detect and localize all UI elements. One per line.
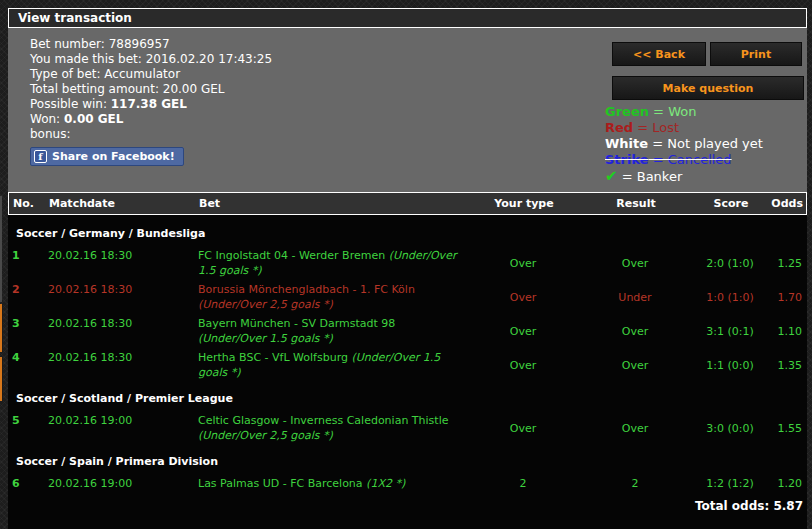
bet-row: 220.02.16 18:30Borussia Mönchengladbach … — [8, 280, 807, 314]
legend-text: = Cancelled — [649, 152, 732, 167]
bet-row-your-type: Over — [470, 358, 576, 373]
bet-row-your-type: Over — [470, 421, 576, 436]
col-header-odds: Odds — [767, 197, 806, 210]
page-edge-strip — [0, 196, 2, 302]
legend-text: = Lost — [633, 120, 679, 135]
bet-match-name: Hertha BSC - VfL Wolfsburg — [198, 351, 351, 364]
bet-market: (1X2 *) — [366, 477, 405, 490]
legend-item-lost: Red = Lost — [605, 120, 763, 136]
share-facebook-button[interactable]: f Share on Facebook! — [30, 147, 184, 166]
bet-row-score: 3:0 (0:0) — [694, 421, 766, 436]
legend-term: Strike — [605, 152, 649, 167]
page-title: View transaction — [8, 8, 807, 28]
bet-row-odds: 1.55 — [766, 421, 805, 436]
col-header-bet: Bet — [191, 197, 471, 210]
bet-row-result: Over — [576, 358, 694, 373]
section-title: Soccer / Scotland / Premier League — [8, 382, 807, 411]
legend-term: Red — [605, 120, 633, 135]
legend-term: White — [605, 136, 648, 151]
bet-row-bet: FC Ingolstadt 04 - Werder Bremen (Under/… — [190, 248, 470, 278]
banker-check-icon: ✔ — [605, 167, 618, 185]
legend-text: = Won — [649, 104, 696, 119]
bet-market: (Under/Over 2,5 goals *) — [198, 429, 333, 442]
print-button[interactable]: Print — [710, 42, 802, 66]
bet-row-bet: Bayern München - SV Darmstadt 98 (Under/… — [190, 316, 470, 346]
share-facebook-label: Share on Facebook! — [52, 150, 175, 163]
bet-row: 420.02.16 18:30Hertha BSC - VfL Wolfsbur… — [8, 348, 807, 382]
bet-row-your-type: 2 — [470, 476, 576, 491]
info-value: Accumulator — [104, 67, 180, 81]
bet-row-matchdate: 20.02.16 18:30 — [46, 316, 190, 331]
bet-row: 320.02.16 18:30Bayern München - SV Darms… — [8, 314, 807, 348]
section-title: Soccer / Spain / Primera Division — [8, 445, 807, 474]
info-label: Bet number: — [30, 37, 109, 51]
bet-row-number: 3 — [8, 316, 46, 331]
bet-row-number: 6 — [8, 476, 46, 491]
legend-item-won: Green = Won — [605, 104, 763, 120]
bet-row: 520.02.16 19:00Celtic Glasgow - Invernes… — [8, 411, 807, 445]
bet-row-result: Over — [576, 324, 694, 339]
bet-row-score: 1:2 (1:2) — [694, 476, 766, 491]
bet-row-result: Under — [576, 290, 694, 305]
bet-row-odds: 1.10 — [766, 324, 805, 339]
bet-row-bet: Hertha BSC - VfL Wolfsburg (Under/Over 1… — [190, 350, 470, 380]
bet-row-number: 1 — [8, 248, 46, 263]
bet-row-score: 3:1 (0:1) — [694, 324, 766, 339]
col-header-no: No. — [9, 197, 47, 210]
info-value: 2016.02.20 17:43:25 — [146, 52, 272, 66]
bet-row-odds: 1.20 — [766, 476, 805, 491]
bet-match-name: Las Palmas UD - FC Barcelona — [198, 477, 366, 490]
bet-row-odds: 1.70 — [766, 290, 805, 305]
bet-match-name: Celtic Glasgow - Inverness Caledonian Th… — [198, 414, 448, 427]
make-question-button[interactable]: Make question — [612, 76, 804, 100]
bet-market: (Under/Over 2,5 goals *) — [198, 298, 333, 311]
total-odds-label: Total odds: — [695, 499, 769, 513]
bets-table-body: Soccer / Germany / Bundesliga120.02.16 1… — [8, 215, 807, 529]
bet-row-matchdate: 20.02.16 18:30 — [46, 282, 190, 297]
bet-row-number: 5 — [8, 413, 46, 428]
bet-row-number: 2 — [8, 282, 46, 297]
col-header-score: Score — [695, 197, 767, 210]
bet-row-matchdate: 20.02.16 19:00 — [46, 413, 190, 428]
legend-text: = Banker — [618, 169, 683, 184]
bet-row-bet: Borussia Mönchengladbach - 1. FC Köln (U… — [190, 282, 470, 312]
col-header-result: Result — [577, 197, 695, 210]
legend-item-cancelled: Strike = Cancelled — [605, 152, 763, 168]
bet-row-your-type: Over — [470, 290, 576, 305]
bet-row: 120.02.16 18:30FC Ingolstadt 04 - Werder… — [8, 246, 807, 280]
bet-row-bet: Las Palmas UD - FC Barcelona (1X2 *) — [190, 476, 470, 491]
view-transaction-panel: View transaction Bet number: 78896957You… — [8, 8, 807, 529]
bet-row-result: 2 — [576, 476, 694, 491]
info-label: Won: — [30, 112, 64, 126]
bet-row-score: 1:0 (1:0) — [694, 290, 766, 305]
back-button[interactable]: << Back — [612, 42, 706, 66]
legend-item-notplayed: White = Not played yet — [605, 136, 763, 152]
bet-market: (Under/Over 1.5 goals *) — [198, 332, 333, 345]
bet-row: 620.02.16 19:00Las Palmas UD - FC Barcel… — [8, 474, 807, 493]
bet-match-name: FC Ingolstadt 04 - Werder Bremen — [198, 249, 389, 262]
bet-match-name: Borussia Mönchengladbach - 1. FC Köln — [198, 283, 415, 296]
info-label: Total betting amount: — [30, 82, 163, 96]
section-title: Soccer / Germany / Bundesliga — [8, 217, 807, 246]
info-value: 20.00 GEL — [163, 82, 225, 96]
bet-row-result: Over — [576, 421, 694, 436]
info-label: You made this bet: — [30, 52, 146, 66]
total-odds: Total odds: 5.87 — [8, 493, 807, 513]
bet-row-bet: Celtic Glasgow - Inverness Caledonian Th… — [190, 413, 470, 443]
action-buttons: << BackPrint Make question — [612, 42, 804, 100]
col-header-your-type: Your type — [471, 197, 577, 210]
bet-row-result: Over — [576, 256, 694, 271]
info-value: 117.38 GEL — [111, 97, 187, 111]
result-color-legend: Green = WonRed = LostWhite = Not played … — [605, 104, 763, 185]
bet-row-matchdate: 20.02.16 18:30 — [46, 248, 190, 263]
page-edge-accent — [0, 304, 3, 352]
bet-row-matchdate: 20.02.16 18:30 — [46, 350, 190, 365]
legend-item-banker: ✔ = Banker — [605, 168, 763, 185]
col-header-matchdate: Matchdate — [47, 197, 191, 210]
facebook-icon: f — [34, 150, 47, 163]
info-value: 78896957 — [109, 37, 170, 51]
legend-term: Green — [605, 104, 649, 119]
bet-info-panel: Bet number: 78896957You made this bet: 2… — [8, 28, 807, 192]
bet-row-your-type: Over — [470, 256, 576, 271]
bet-row-score: 2:0 (1:0) — [694, 256, 766, 271]
